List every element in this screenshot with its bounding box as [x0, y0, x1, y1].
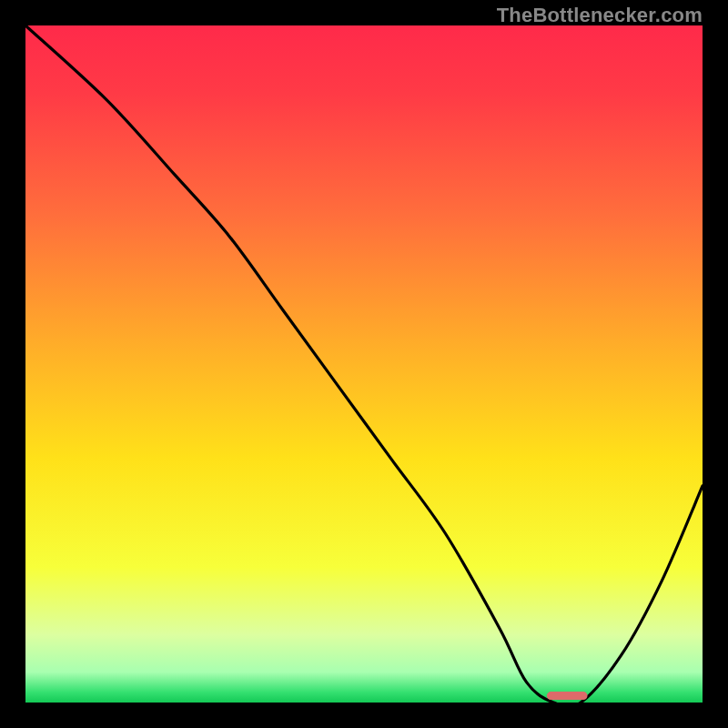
- bottleneck-curve: [25, 25, 703, 703]
- watermark-text: TheBottlenecker.com: [497, 4, 703, 27]
- optimum-marker: [547, 692, 588, 700]
- plot-container: [25, 25, 703, 703]
- plot-overlay: [25, 25, 703, 703]
